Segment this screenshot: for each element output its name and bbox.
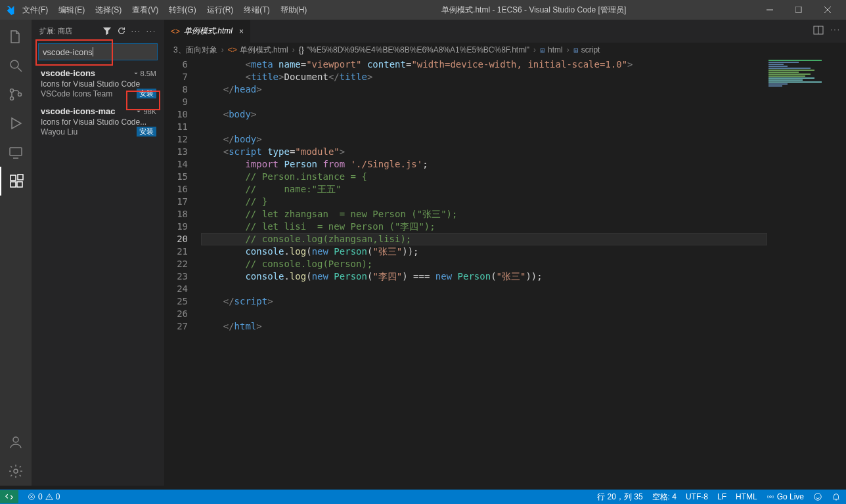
eol[interactable]: LF — [717, 492, 726, 501]
feedback-icon[interactable] — [813, 492, 822, 501]
editor-area: <> 单例模式.html × ··· 3、面向对象› <>单例模式.html› … — [164, 20, 846, 486]
brace-icon: {} — [299, 45, 304, 54]
svg-rect-13 — [17, 182, 22, 187]
editor-tabs: <> 单例模式.html × — [164, 20, 846, 43]
svg-rect-11 — [11, 175, 16, 180]
line-numbers: 6789101112131415161718192021222324252627 — [164, 57, 201, 486]
account-icon[interactable] — [0, 428, 32, 457]
svg-point-16 — [14, 469, 18, 473]
vscode-logo-icon — [4, 5, 14, 15]
svg-point-6 — [11, 89, 14, 93]
svg-point-4 — [11, 60, 18, 68]
cursor-position[interactable]: 行 20，列 35 — [597, 492, 642, 503]
menu-view[interactable]: 查看(V) — [127, 2, 164, 18]
problems-status[interactable]: 0 0 — [28, 492, 60, 501]
menu-goto[interactable]: 转到(G) — [164, 2, 201, 18]
indentation[interactable]: 空格: 4 — [652, 492, 677, 503]
svg-line-5 — [18, 68, 22, 72]
install-button[interactable]: 安装 — [137, 89, 156, 98]
svg-point-15 — [13, 437, 18, 442]
menu-edit[interactable]: 编辑(E) — [53, 2, 90, 18]
refresh-icon[interactable] — [117, 26, 126, 35]
search-icon[interactable] — [0, 51, 32, 80]
breadcrumb[interactable]: 3、面向对象› <>单例模式.html› {}"%E5%8D%95%E4%BE%… — [164, 43, 846, 57]
remote-icon[interactable] — [0, 138, 32, 167]
menu-file[interactable]: 文件(F) — [17, 2, 53, 18]
window-maximize-button[interactable] — [784, 0, 813, 20]
window-minimize-button[interactable] — [755, 0, 784, 20]
remote-status[interactable] — [0, 490, 18, 503]
title-bar: 文件(F) 编辑(E) 选择(S) 查看(V) 转到(G) 运行(R) 终端(T… — [0, 0, 846, 20]
language-mode[interactable]: HTML — [736, 492, 757, 501]
status-bar: 0 0 行 20，列 35 空格: 4 UTF-8 LF HTML Go Liv… — [0, 490, 846, 504]
go-live[interactable]: Go Live — [767, 492, 804, 501]
run-debug-icon[interactable] — [0, 109, 32, 138]
extension-search-input[interactable]: vscode-icons — [38, 43, 158, 60]
code-area[interactable]: <meta name="viewport" content="width=dev… — [201, 57, 767, 486]
window-close-button[interactable] — [813, 0, 842, 20]
svg-rect-9 — [10, 148, 22, 156]
filter-icon[interactable] — [102, 26, 112, 35]
menu-bar: 文件(F) 编辑(E) 选择(S) 查看(V) 转到(G) 运行(R) 终端(T… — [17, 2, 312, 18]
menu-select[interactable]: 选择(S) — [90, 2, 127, 18]
extension-item-vscode-icons-mac[interactable]: vscode-icons-mac 98K Icons for Visual St… — [32, 102, 164, 140]
close-icon[interactable]: × — [239, 27, 244, 36]
more-icon[interactable]: ··· — [131, 27, 141, 35]
svg-point-7 — [11, 97, 14, 100]
settings-gear-icon[interactable] — [0, 457, 32, 486]
extension-downloads: 8.5M — [133, 70, 156, 77]
svg-point-23 — [769, 496, 771, 498]
more-icon-2[interactable]: ··· — [146, 27, 156, 35]
extension-desc: Icons for Visual Studio Code — [41, 79, 156, 89]
extensions-sidebar: 扩展: 商店 ··· ··· vscode-icons vscode-icons… — [32, 20, 164, 486]
html-file-icon: <> — [228, 45, 237, 54]
extension-name: vscode-icons — [41, 68, 95, 78]
extension-item-vscode-icons[interactable]: vscode-icons 8.5M Icons for Visual Studi… — [32, 64, 164, 102]
extensions-icon[interactable] — [0, 167, 32, 196]
svg-rect-1 — [795, 7, 801, 12]
tag-icon: ⧆ — [573, 45, 579, 54]
text-editor[interactable]: 6789101112131415161718192021222324252627… — [164, 57, 846, 486]
extension-downloads: 98K — [135, 108, 156, 116]
tab-label: 单例模式.html — [184, 26, 233, 37]
svg-rect-14 — [18, 175, 23, 180]
window-title: 单例模式.html - 1ECS6 - Visual Studio Code [… — [312, 5, 755, 16]
menu-run[interactable]: 运行(R) — [202, 2, 239, 18]
activity-bar — [0, 20, 32, 486]
source-control-icon[interactable] — [0, 80, 32, 109]
menu-help[interactable]: 帮助(H) — [275, 2, 313, 18]
extension-author: VSCode Icons Team — [41, 89, 112, 98]
html-file-icon: <> — [171, 27, 180, 36]
extension-author: Wayou Liu — [41, 127, 78, 136]
svg-rect-12 — [11, 182, 16, 187]
svg-point-8 — [18, 93, 22, 96]
menu-terminal[interactable]: 终端(T) — [238, 2, 275, 18]
explorer-icon[interactable] — [0, 22, 32, 51]
bell-icon[interactable] — [832, 492, 841, 501]
minimap[interactable] — [767, 57, 846, 486]
extension-desc: Icons for Visual Studio Code... — [41, 117, 156, 127]
install-button[interactable]: 安装 — [137, 127, 156, 136]
svg-point-24 — [814, 494, 822, 501]
extension-name: vscode-icons-mac — [41, 106, 115, 116]
encoding[interactable]: UTF-8 — [686, 492, 708, 501]
tag-icon: ⧆ — [540, 45, 545, 54]
sidebar-title: 扩展: 商店 — [39, 26, 72, 36]
search-value: vscode-icons — [43, 47, 93, 57]
more-actions-icon[interactable]: ··· — [830, 25, 841, 35]
editor-tab[interactable]: <> 单例模式.html × — [164, 20, 251, 43]
split-editor-icon[interactable] — [813, 25, 824, 35]
